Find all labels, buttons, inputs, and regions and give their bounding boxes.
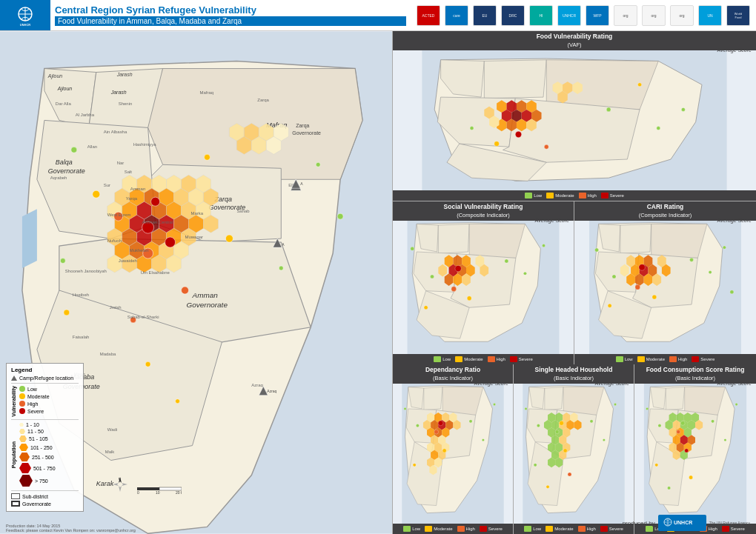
moderate-label: Moderate [555,193,574,198]
svg-point-270 [555,430,559,434]
legend-vulnerability-group: Vulnerability Low Moderate High [11,386,79,417]
svg-text:Jarash: Jarash [110,90,127,95]
svg-point-241 [413,464,416,467]
page-title: Central Region Syrian Refugee Vulnerabil… [55,4,406,16]
svg-text:Amman: Amman [192,291,219,299]
svg-point-164 [638,83,642,87]
partner-logos: ACTED care EU DRC HI UNHCR WFP org org o… [411,0,756,30]
svg-point-181 [523,272,526,275]
header: UNHCR Central Region Syrian Refugee Vuln… [0,0,756,31]
vulnerability-label: Vulnerability [11,386,16,417]
svg-text:Sahab-el-Sharki: Sahab-el-Sharki [127,315,159,319]
svg-point-239 [434,430,439,434]
governorate-label: Governorate [22,501,51,507]
svg-text:Muwaqar: Muwaqar [185,235,204,239]
legend-governorate: Governorate [11,501,79,507]
cari-high: High [669,356,687,362]
severe-label: Severe [610,193,624,198]
mid-row: Social Vulnerability Rating (Composite I… [393,201,756,364]
svg-text:Hoeibeh: Hoeibeh [73,293,89,297]
svg-point-68 [279,266,283,270]
legend-low-label: Low [27,387,37,392]
legend-severe: Severe [601,193,624,198]
header-title-block: Central Region Syrian Refugee Vulnerabil… [50,0,411,30]
svg-point-210 [723,246,726,249]
sv-severe: Severe [510,356,533,362]
svg-point-237 [482,438,484,441]
svg-point-240 [438,421,443,426]
legend-moderate: Moderate [546,193,574,198]
food-cons-map: Food Consumption Score Rating (Basic Ind… [634,364,756,534]
low-swatch [525,193,532,198]
svg-text:Balqa: Balqa [56,158,73,166]
svg-point-158 [470,127,474,130]
legend-moderate-label: Moderate [27,394,50,399]
dr-severe: Severe [480,526,503,532]
svg-text:Azraq: Azraq [267,389,276,393]
shh-severe: Severe [600,526,623,532]
svg-point-269 [563,449,567,453]
hex-51-105 [19,435,27,442]
dep-ratio-legend: Low Moderate High Severe [393,524,513,534]
svg-point-209 [595,248,599,252]
svg-text:Juwaideh: Juwaideh [119,258,137,263]
svg-text:Zarqa: Zarqa [296,123,309,129]
svg-text:Allan: Allan [87,144,97,149]
cari-severe-swatch [692,356,699,362]
svg-text:Madaba: Madaba [100,352,116,356]
svg-point-235 [416,424,419,427]
legend-pop-2-label: 11 - 50 [27,429,44,434]
high-swatch [579,193,586,198]
partner-logo-12: WorldFood [726,5,750,26]
hex-750plus [19,475,33,487]
svg-text:UNHCR: UNHCR [674,520,692,525]
svg-point-299 [711,420,714,423]
partner-logo-wfp: WFP [586,5,609,26]
svg-point-72 [204,154,210,160]
food-vuln-legend: Low Moderate High Severe [393,190,756,201]
svg-point-69 [316,162,320,167]
legend-severe: Severe [19,408,79,414]
svg-marker-131 [113,483,119,486]
svg-text:Yarqa: Yarqa [126,196,138,201]
high-label: High [588,193,597,198]
social-vuln-legend: Low Moderate High Severe [393,354,574,364]
shh-high: High [578,526,596,532]
svg-text:10: 10 [156,490,160,495]
svg-point-74 [64,310,70,316]
svg-point-236 [469,420,472,423]
triangle-icon [11,376,17,381]
svg-point-203 [690,258,694,261]
right-panel: Food Vulnerability Rating (VAF) Average … [393,31,756,534]
svg-point-274 [614,403,616,405]
legend-items: Low Moderate High Severe [19,386,79,417]
legend-camp-row: Camp/Refugee location [11,376,79,381]
svg-text:Um Elsahabne: Um Elsahabne [141,270,170,275]
cari-severe: Severe [692,356,714,362]
sv-high-swatch [488,356,495,362]
cari-avg: Average Score [717,218,752,223]
svg-text:N: N [119,477,121,481]
svg-point-271 [560,421,564,425]
svg-text:Faisalah: Faisalah [73,335,90,339]
single-hh-map: Single Headed Household (Basic Indicator… [514,364,634,534]
svg-text:Marka: Marka [191,211,204,216]
legend-severe-label: Severe [27,409,44,414]
single-hh-legend: Low Moderate High Severe [514,524,634,534]
legend-pop-6: 501 - 750 [19,463,79,473]
svg-point-204 [709,271,712,274]
compass-rose: N [111,475,129,493]
main-content: Ajloun Jarash Mafraq Zarqa Governorate B… [0,31,756,534]
partner-logo-eu: EU [473,5,497,26]
svg-point-82 [165,237,176,247]
partner-logo-acted: ACTED [417,5,440,26]
sv-low: Low [434,356,451,362]
sv-mod-swatch [455,356,462,362]
svg-text:Dar Alla: Dar Alla [56,101,72,106]
svg-point-208 [608,304,611,307]
svg-point-308 [667,487,670,490]
cari-low-swatch [616,356,623,362]
svg-point-182 [467,296,471,301]
legend-pop-7-label: > 750 [35,478,48,484]
footer: Production date: 14 May 2015 Feedback: p… [6,524,136,533]
